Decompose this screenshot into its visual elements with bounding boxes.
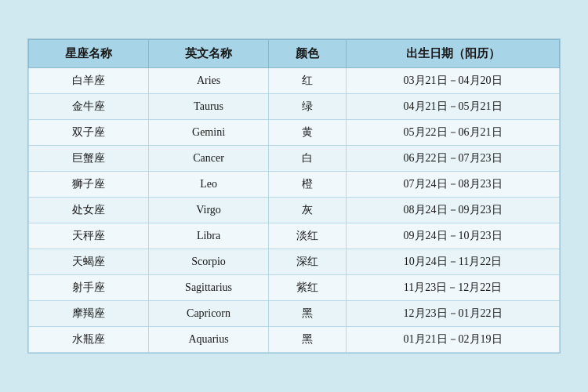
cell-color: 黄 bbox=[269, 120, 347, 146]
table-row: 天秤座Libra淡红09月24日－10月23日 bbox=[29, 223, 560, 249]
cell-english: Libra bbox=[149, 223, 269, 249]
table-row: 金牛座Taurus绿04月21日－05月21日 bbox=[29, 94, 560, 120]
table-row: 摩羯座Capricorn黑12月23日－01月22日 bbox=[29, 301, 560, 327]
zodiac-table-container: 星座名称 英文名称 颜色 出生日期（阳历） 白羊座Aries红03月21日－04… bbox=[27, 38, 561, 354]
cell-color: 绿 bbox=[269, 94, 347, 120]
cell-color: 红 bbox=[269, 68, 347, 94]
cell-chinese: 天秤座 bbox=[29, 223, 149, 249]
cell-dates: 12月23日－01月22日 bbox=[347, 301, 560, 327]
cell-color: 黑 bbox=[269, 327, 347, 353]
table-row: 射手座Sagittarius紫红11月23日－12月22日 bbox=[29, 275, 560, 301]
table-header-row: 星座名称 英文名称 颜色 出生日期（阳历） bbox=[29, 40, 560, 68]
cell-dates: 01月21日－02月19日 bbox=[347, 327, 560, 353]
cell-chinese: 摩羯座 bbox=[29, 301, 149, 327]
cell-color: 深红 bbox=[269, 249, 347, 275]
cell-chinese: 金牛座 bbox=[29, 94, 149, 120]
cell-english: Capricorn bbox=[149, 301, 269, 327]
cell-chinese: 白羊座 bbox=[29, 68, 149, 94]
table-row: 水瓶座Aquarius黑01月21日－02月19日 bbox=[29, 327, 560, 353]
zodiac-table: 星座名称 英文名称 颜色 出生日期（阳历） 白羊座Aries红03月21日－04… bbox=[28, 39, 560, 353]
table-row: 天蝎座Scorpio深红10月24日－11月22日 bbox=[29, 249, 560, 275]
cell-chinese: 水瓶座 bbox=[29, 327, 149, 353]
cell-color: 紫红 bbox=[269, 275, 347, 301]
cell-english: Aquarius bbox=[149, 327, 269, 353]
cell-dates: 04月21日－05月21日 bbox=[347, 94, 560, 120]
cell-english: Taurus bbox=[149, 94, 269, 120]
col-header-dates: 出生日期（阳历） bbox=[347, 40, 560, 68]
table-row: 狮子座Leo橙07月24日－08月23日 bbox=[29, 172, 560, 198]
cell-dates: 07月24日－08月23日 bbox=[347, 172, 560, 198]
cell-dates: 10月24日－11月22日 bbox=[347, 249, 560, 275]
cell-chinese: 狮子座 bbox=[29, 172, 149, 198]
cell-chinese: 射手座 bbox=[29, 275, 149, 301]
cell-english: Cancer bbox=[149, 146, 269, 172]
cell-chinese: 处女座 bbox=[29, 198, 149, 223]
cell-color: 灰 bbox=[269, 198, 347, 223]
cell-english: Sagittarius bbox=[149, 275, 269, 301]
table-row: 处女座Virgo灰08月24日－09月23日 bbox=[29, 198, 560, 223]
cell-chinese: 双子座 bbox=[29, 120, 149, 146]
cell-dates: 06月22日－07月23日 bbox=[347, 146, 560, 172]
cell-dates: 11月23日－12月22日 bbox=[347, 275, 560, 301]
col-header-chinese: 星座名称 bbox=[29, 40, 149, 68]
cell-english: Scorpio bbox=[149, 249, 269, 275]
table-row: 白羊座Aries红03月21日－04月20日 bbox=[29, 68, 560, 94]
cell-english: Aries bbox=[149, 68, 269, 94]
cell-color: 淡红 bbox=[269, 223, 347, 249]
col-header-english: 英文名称 bbox=[149, 40, 269, 68]
cell-dates: 03月21日－04月20日 bbox=[347, 68, 560, 94]
cell-chinese: 巨蟹座 bbox=[29, 146, 149, 172]
table-row: 巨蟹座Cancer白06月22日－07月23日 bbox=[29, 146, 560, 172]
col-header-color: 颜色 bbox=[269, 40, 347, 68]
cell-color: 白 bbox=[269, 146, 347, 172]
cell-english: Leo bbox=[149, 172, 269, 198]
table-body: 白羊座Aries红03月21日－04月20日金牛座Taurus绿04月21日－0… bbox=[29, 68, 560, 353]
cell-english: Gemini bbox=[149, 120, 269, 146]
cell-color: 橙 bbox=[269, 172, 347, 198]
cell-chinese: 天蝎座 bbox=[29, 249, 149, 275]
table-row: 双子座Gemini黄05月22日－06月21日 bbox=[29, 120, 560, 146]
cell-dates: 05月22日－06月21日 bbox=[347, 120, 560, 146]
cell-dates: 08月24日－09月23日 bbox=[347, 198, 560, 223]
cell-color: 黑 bbox=[269, 301, 347, 327]
cell-english: Virgo bbox=[149, 198, 269, 223]
cell-dates: 09月24日－10月23日 bbox=[347, 223, 560, 249]
